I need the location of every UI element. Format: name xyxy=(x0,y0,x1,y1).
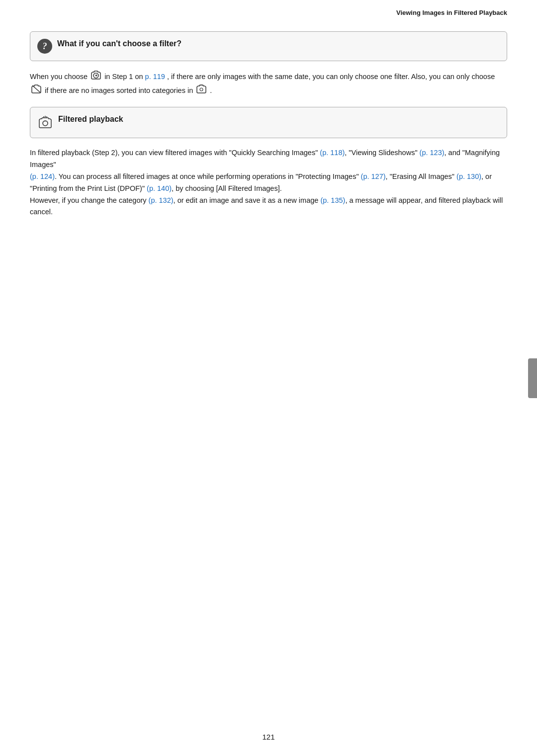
no-category-icon xyxy=(31,84,42,98)
page-header: Viewing Images in Filtered Playback xyxy=(0,0,537,21)
callout-box-playback: Filtered playback xyxy=(30,107,507,138)
link-p118[interactable]: (p. 118) xyxy=(320,149,345,157)
callout-box-filter: ? What if you can't choose a filter? xyxy=(30,31,507,61)
callout2-para1-mid3: . You can process all filtered images at… xyxy=(55,172,361,180)
link-p123[interactable]: (p. 123) xyxy=(420,149,445,157)
link-p119[interactable]: p. 119 xyxy=(145,73,165,81)
category-icon xyxy=(196,84,207,98)
question-icon: ? xyxy=(37,39,52,54)
page-number: 121 xyxy=(262,733,274,741)
filter-icon-inline: ✱ xyxy=(90,70,101,84)
content-area: ? What if you can't choose a filter? Whe… xyxy=(0,21,537,247)
svg-line-2 xyxy=(32,85,40,92)
callout1-text-after-link: , if there are only images with the same… xyxy=(167,73,495,81)
callout2-para2-mid: , or edit an image and save it as a new … xyxy=(174,196,321,204)
link-p127[interactable]: (p. 127) xyxy=(361,172,386,180)
callout2-para1-mid1: , "Viewing Slideshows" xyxy=(345,149,419,157)
filtered-playback-icon xyxy=(37,115,53,131)
callout1-text-before-icon: When you choose xyxy=(30,73,90,81)
callout2-para1-mid4: , "Erasing All Images" xyxy=(386,172,456,180)
callout1-text-after-icon2: if there are no images sorted into categ… xyxy=(45,86,195,94)
svg-point-3 xyxy=(200,88,203,91)
link-p124[interactable]: (p. 124) xyxy=(30,172,55,180)
callout2-para1-start: In filtered playback (Step 2), you can v… xyxy=(30,149,320,157)
right-side-tab xyxy=(528,358,537,398)
callout-playback-title: Filtered playback xyxy=(58,114,123,125)
link-p135[interactable]: (p. 135) xyxy=(320,196,345,204)
callout1-body: When you choose ✱ in Step 1 on p. 119 , … xyxy=(30,70,507,98)
callout-filter-title: What if you can't choose a filter? xyxy=(57,39,181,49)
callout1-text-end: . xyxy=(210,86,212,94)
callout2-body: In filtered playback (Step 2), you can v… xyxy=(30,147,507,219)
callout-filter-content: What if you can't choose a filter? xyxy=(57,39,181,49)
link-p130[interactable]: (p. 130) xyxy=(456,172,481,180)
svg-text:✱: ✱ xyxy=(95,74,97,77)
header-title: Viewing Images in Filtered Playback xyxy=(396,9,507,16)
link-p132[interactable]: (p. 132) xyxy=(149,196,174,204)
callout1-text-step: in Step 1 on xyxy=(104,73,145,81)
link-p140[interactable]: (p. 140) xyxy=(147,184,172,192)
